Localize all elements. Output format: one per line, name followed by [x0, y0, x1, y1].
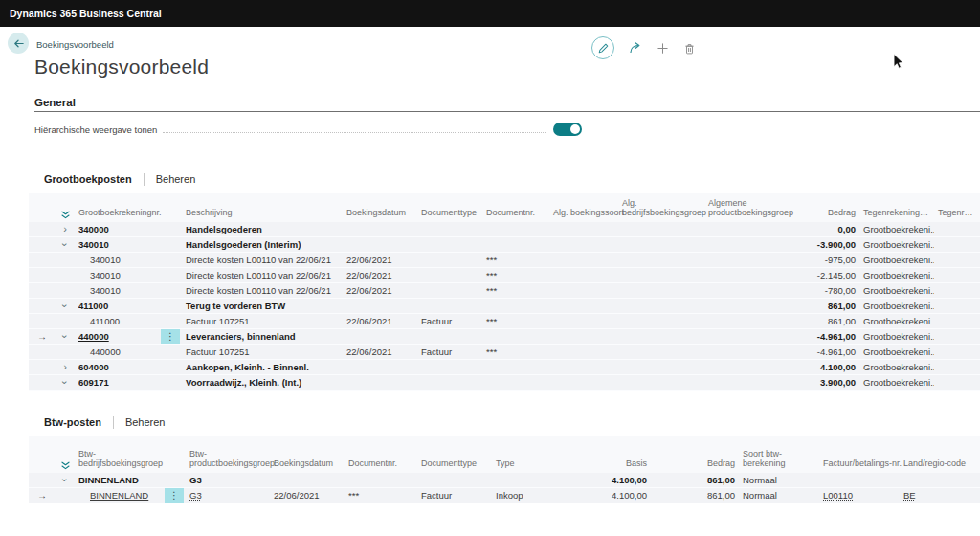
- table-row[interactable]: ›411000Terug te vorderen BTW861,00Grootb…: [29, 299, 980, 314]
- delete-button[interactable]: [683, 42, 696, 55]
- table-cell[interactable]: Grootboekrekeni...: [859, 345, 934, 360]
- column-header[interactable]: Tegenrekening: [934, 193, 980, 222]
- column-header[interactable]: Documentnr.: [345, 436, 417, 473]
- general-section-header[interactable]: General: [34, 97, 76, 108]
- table-cell[interactable]: [618, 237, 704, 253]
- table-cell[interactable]: ***: [482, 268, 549, 283]
- chevron-down-icon[interactable]: ›: [60, 243, 70, 247]
- table-cell[interactable]: [417, 222, 482, 237]
- table-cell[interactable]: Handelsgoederen (Interim): [182, 237, 343, 253]
- table-cell[interactable]: [704, 375, 800, 391]
- table-cell[interactable]: [549, 237, 618, 253]
- table-cell[interactable]: Factuur: [417, 488, 492, 503]
- table-cell[interactable]: -4.961,00: [800, 329, 859, 345]
- new-button[interactable]: [657, 42, 669, 55]
- column-header[interactable]: Documenttype: [417, 436, 492, 473]
- tab-btw-posten[interactable]: Btw-posten: [44, 416, 101, 428]
- table-cell[interactable]: [704, 299, 800, 314]
- table-cell[interactable]: Grootboekrekeni...: [859, 360, 934, 375]
- table-cell[interactable]: Leveranciers, binnenland: [182, 329, 343, 345]
- chevron-down-icon[interactable]: ›: [60, 335, 70, 339]
- table-cell[interactable]: Normaal: [739, 488, 819, 503]
- column-header[interactable]: Documentnr.: [482, 193, 549, 222]
- table-cell[interactable]: [934, 299, 980, 314]
- table-cell[interactable]: [704, 345, 800, 360]
- table-cell[interactable]: [482, 237, 549, 253]
- cell-link[interactable]: 440000: [78, 331, 109, 342]
- table-row[interactable]: ›604000Aankopen, Kleinh. - Binnenl.4.100…: [29, 360, 980, 375]
- table-cell[interactable]: Terug te vorderen BTW: [182, 299, 343, 314]
- column-header[interactable]: Algemene productboekingsgroep: [704, 193, 800, 222]
- table-cell[interactable]: [417, 253, 482, 268]
- table-cell[interactable]: 4.100,00: [565, 488, 651, 503]
- table-cell[interactable]: [934, 268, 980, 283]
- chevron-down-icon[interactable]: ›: [60, 381, 70, 385]
- hierarchical-view-toggle[interactable]: [553, 123, 582, 136]
- table-cell[interactable]: [934, 345, 980, 360]
- table-row[interactable]: 411000Factuur 10725122/06/2021Factuur***…: [29, 314, 980, 329]
- table-cell[interactable]: 22/06/2021: [343, 283, 417, 299]
- table-cell[interactable]: Factuur: [417, 314, 482, 329]
- table-cell[interactable]: 22/06/2021: [343, 314, 417, 329]
- table-cell[interactable]: Inkoop: [492, 488, 565, 503]
- table-cell[interactable]: Factuur 107251: [182, 314, 343, 329]
- row-chevron-cell[interactable]: [56, 253, 75, 268]
- table-cell[interactable]: 861,00: [651, 488, 739, 503]
- share-button[interactable]: [629, 41, 642, 55]
- table-cell[interactable]: [549, 299, 618, 314]
- table-cell[interactable]: Grootboekrekeni...: [859, 268, 934, 283]
- column-header[interactable]: Boekingsdatum: [270, 436, 345, 473]
- table-cell[interactable]: [934, 375, 980, 391]
- cell-link[interactable]: G3: [189, 490, 202, 501]
- table-cell[interactable]: [704, 222, 800, 237]
- table-cell[interactable]: Grootboekrekeni...: [859, 299, 934, 314]
- table-cell[interactable]: 22/06/2021: [343, 345, 417, 360]
- row-chevron-cell[interactable]: ›: [56, 473, 75, 488]
- table-cell[interactable]: Handelsgoederen: [182, 222, 343, 237]
- column-header[interactable]: Alg. boekingssoort: [549, 193, 618, 222]
- vertical-ellipsis-icon[interactable]: ⋮: [161, 329, 180, 344]
- table-cell[interactable]: Grootboekrekeni...: [859, 237, 934, 253]
- table-cell[interactable]: [492, 473, 565, 488]
- table-cell[interactable]: 340010: [75, 237, 159, 253]
- table-cell[interactable]: [417, 473, 492, 488]
- table-cell[interactable]: [934, 329, 980, 345]
- chevron-right-icon[interactable]: ›: [63, 224, 67, 234]
- collapse-all-header[interactable]: [56, 436, 75, 473]
- table-cell[interactable]: [549, 375, 618, 391]
- table-cell[interactable]: 440000: [75, 345, 159, 360]
- column-header[interactable]: Boekingsdatum: [343, 193, 417, 222]
- table-row[interactable]: 340010Directe kosten L00110 van 22/06/21…: [29, 253, 980, 268]
- column-header[interactable]: Factuur/betalings-nr.: [819, 436, 900, 473]
- table-cell[interactable]: -780,00: [800, 283, 859, 299]
- table-cell[interactable]: [482, 375, 549, 391]
- table-cell[interactable]: 440000: [75, 329, 159, 345]
- column-header[interactable]: Tegenrekeningso...: [859, 193, 934, 222]
- table-cell[interactable]: ***: [482, 314, 549, 329]
- table-cell[interactable]: L00110: [819, 488, 900, 503]
- table-cell[interactable]: Directe kosten L00110 van 22/06/21: [182, 253, 343, 268]
- table-cell[interactable]: -4.961,00: [800, 345, 859, 360]
- row-chevron-cell[interactable]: ›: [56, 375, 75, 391]
- table-row[interactable]: 340010Directe kosten L00110 van 22/06/21…: [29, 283, 980, 299]
- column-header[interactable]: Land/regio-code: [900, 436, 980, 473]
- row-chevron-cell[interactable]: ›: [56, 299, 75, 314]
- table-cell[interactable]: [270, 473, 345, 488]
- table-cell[interactable]: [417, 237, 482, 253]
- row-chevron-cell[interactable]: ›: [56, 237, 75, 253]
- table-cell[interactable]: Aankopen, Kleinh. - Binnenl.: [182, 360, 343, 375]
- table-cell[interactable]: [934, 237, 980, 253]
- column-header[interactable]: Alg. bedrijfsboekingsgroep: [618, 193, 704, 222]
- table-cell[interactable]: ***: [482, 253, 549, 268]
- table-cell[interactable]: [549, 314, 618, 329]
- table-cell[interactable]: 340010: [75, 283, 159, 299]
- tab-grootboekposten[interactable]: Grootboekposten: [44, 173, 132, 185]
- table-cell[interactable]: [417, 268, 482, 283]
- table-cell[interactable]: [618, 283, 704, 299]
- table-cell[interactable]: [618, 345, 704, 360]
- table-cell[interactable]: 4.100,00: [800, 360, 859, 375]
- table-cell[interactable]: [618, 268, 704, 283]
- table-cell[interactable]: 340000: [75, 222, 159, 237]
- table-cell[interactable]: [618, 253, 704, 268]
- table-cell[interactable]: -3.900,00: [800, 237, 859, 253]
